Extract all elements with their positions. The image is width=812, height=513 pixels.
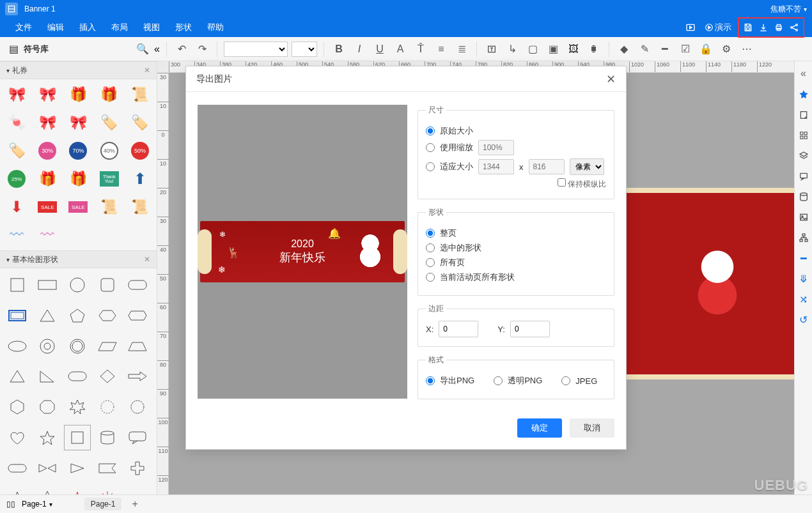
add-page-button[interactable]: + <box>128 498 141 510</box>
shape-wedge[interactable] <box>64 456 91 481</box>
shape-pentagon[interactable] <box>64 303 91 328</box>
shape-pill[interactable] <box>4 456 31 481</box>
font-color-button[interactable]: A <box>392 41 409 57</box>
shape1-icon[interactable]: ▢ <box>524 41 541 57</box>
cancel-button[interactable]: 取消 <box>570 418 614 438</box>
shape2-icon[interactable]: ▣ <box>545 41 561 57</box>
align-button[interactable]: ≡ <box>433 41 449 57</box>
shape-active-all-radio[interactable]: 当前活动页所有形状 <box>426 272 606 283</box>
seal-icon[interactable]: 25% <box>3 166 31 192</box>
shape-callout[interactable] <box>124 425 151 450</box>
page-panel-icon[interactable] <box>797 109 810 121</box>
italic-button[interactable]: I <box>351 41 368 57</box>
underline-button[interactable]: U <box>371 41 388 57</box>
page-selector[interactable]: Page-1▾ <box>22 500 52 509</box>
style-panel-icon[interactable] <box>797 88 810 101</box>
bold-button[interactable]: B <box>331 41 347 57</box>
checkbox-icon[interactable]: ☑ <box>677 41 694 57</box>
sale-badge-icon[interactable]: SALE <box>33 194 61 220</box>
close-icon[interactable]: ✕ <box>606 72 616 86</box>
search-icon[interactable]: 🔍 <box>136 43 149 55</box>
badge-50-icon[interactable]: 50% <box>126 138 154 164</box>
format-jpeg-radio[interactable]: JPEG <box>561 375 597 387</box>
menu-help[interactable]: 帮助 <box>199 22 231 33</box>
gift-icon[interactable]: 🎁 <box>33 166 61 192</box>
width-input[interactable] <box>478 159 514 174</box>
gift-icon[interactable]: 🎁 <box>64 166 92 192</box>
badge-30-icon[interactable]: 30% <box>33 138 61 164</box>
ok-button[interactable]: 确定 <box>517 418 562 438</box>
line-style-button[interactable]: ━ <box>657 41 673 57</box>
line-spacing-button[interactable]: ≣ <box>453 41 470 57</box>
crop-icon[interactable]: ⧯ <box>586 41 602 57</box>
ribbon-icon[interactable]: 🎀 <box>33 82 61 107</box>
menu-layout[interactable]: 布局 <box>104 22 136 33</box>
text-box-button[interactable] <box>483 41 500 57</box>
shape-all-pages-radio[interactable]: 所有页 <box>426 257 606 268</box>
badge-40-icon[interactable]: 40% <box>95 138 123 164</box>
export-icon[interactable] <box>756 20 771 35</box>
arrow-up-icon[interactable]: ⬆ <box>126 166 154 192</box>
shape-round-sq[interactable] <box>94 272 121 298</box>
format-png-radio[interactable]: 导出PNG <box>426 375 474 387</box>
shape-whole-radio[interactable]: 整页 <box>426 227 606 239</box>
margin-x-input[interactable] <box>439 321 478 337</box>
shape-hex[interactable] <box>4 394 31 420</box>
badge-70-icon[interactable]: 70% <box>64 138 92 164</box>
candy-icon[interactable]: 🍬 <box>3 110 31 135</box>
size-fit-radio[interactable]: 适应大小 x 像素 <box>426 158 606 175</box>
redo-button[interactable]: ↷ <box>194 41 210 57</box>
db-panel-icon[interactable] <box>797 190 810 203</box>
shape-rect[interactable] <box>34 272 61 298</box>
shape-bowtie[interactable] <box>34 456 61 481</box>
shape-burst2[interactable] <box>124 394 151 420</box>
gift-icon[interactable]: 🎁 <box>95 82 123 107</box>
layers-panel-icon[interactable] <box>797 149 810 162</box>
shape-flag[interactable] <box>94 456 121 481</box>
banner-icon[interactable]: 📜 <box>126 82 154 107</box>
shape-diamond[interactable] <box>94 364 121 389</box>
shape-square-sel[interactable] <box>64 425 91 450</box>
shape-square[interactable] <box>4 272 31 298</box>
tree-panel-icon[interactable] <box>797 231 810 244</box>
menu-shape[interactable]: 形状 <box>168 22 199 33</box>
comment-panel-icon[interactable] <box>797 170 810 183</box>
shape-circle[interactable] <box>64 272 91 298</box>
shape-rdrect[interactable] <box>64 364 91 389</box>
shape-donut[interactable] <box>34 333 61 359</box>
bow-icon[interactable]: 🎀 <box>64 110 92 135</box>
print-icon[interactable] <box>771 20 786 35</box>
shape-oct[interactable] <box>34 394 61 420</box>
menu-insert[interactable]: 插入 <box>72 22 104 33</box>
tag-icon[interactable]: 🏷️ <box>3 138 31 164</box>
connector-button[interactable]: ↳ <box>504 41 520 57</box>
keep-ratio-checkbox[interactable]: 保持横纵比 <box>558 180 606 188</box>
page-tab[interactable]: Page-1 <box>84 498 122 510</box>
shape-cross[interactable] <box>124 456 151 481</box>
lock-button[interactable]: 🔒 <box>698 41 714 57</box>
pen-icon[interactable]: ✎ <box>636 41 653 57</box>
shape-burst[interactable] <box>94 394 121 420</box>
presentation-button[interactable]: 演示 <box>701 22 735 33</box>
shape-tri[interactable] <box>4 364 31 389</box>
menu-view[interactable]: 视图 <box>136 22 168 33</box>
shape-hex-h[interactable] <box>124 303 151 328</box>
share-icon[interactable] <box>786 20 802 35</box>
gift-icon[interactable]: 🎁 <box>64 82 92 107</box>
shape-ring[interactable] <box>64 333 91 359</box>
unit-select[interactable]: 像素 <box>570 158 604 175</box>
grid-panel-icon[interactable] <box>797 129 810 142</box>
hline-icon[interactable]: ━ <box>797 252 810 264</box>
section-basic-header[interactable]: ▾ 基本绘图形状 ✕ <box>0 250 157 268</box>
tag-icon[interactable]: 🏷️ <box>95 110 123 135</box>
shuffle-icon[interactable]: ⤨ <box>797 293 810 305</box>
height-input[interactable] <box>529 159 565 174</box>
shape-arrow-r[interactable] <box>124 364 151 389</box>
menu-edit[interactable]: 编辑 <box>40 22 72 33</box>
tag-icon[interactable]: 🏷️ <box>126 110 154 135</box>
expand-panel-icon[interactable]: « <box>795 66 813 80</box>
shape-ellipse[interactable] <box>4 333 31 359</box>
shape-star[interactable] <box>34 425 61 450</box>
shape-cylinder[interactable] <box>94 425 121 450</box>
bow-icon[interactable]: 🎀 <box>3 82 31 107</box>
